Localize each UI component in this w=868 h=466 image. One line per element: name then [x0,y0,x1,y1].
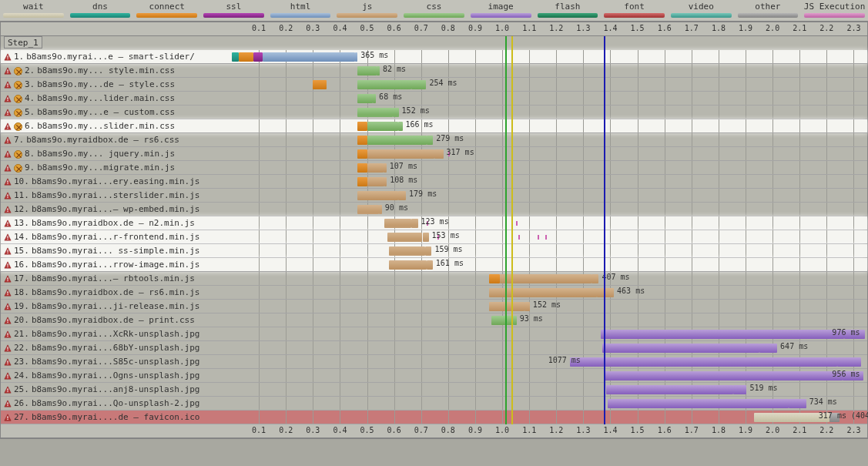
row-index: 3. [25,78,35,92]
duration-label: 734 ms [809,397,837,406]
row-index: 1. [14,50,24,64]
blocked-icon [14,67,22,75]
request-row[interactable]: 24. b8ams9o.myrai...Ogns-unsplash.jpg956… [1,369,867,383]
request-row[interactable]: 16. b8ams9o.myrai...rrow-image.min.js161… [1,258,867,272]
timing-segment [357,108,393,117]
row-index: 6. [25,119,35,133]
tick: 1.0 [495,24,509,32]
warning-icon [4,136,12,144]
tick: 1.3 [576,24,590,32]
tick: 1.1 [522,24,536,32]
row-index: 17. [14,272,29,286]
row-timeline: 153 ms [232,230,867,243]
request-row[interactable]: 23. b8ams9o.myrai...S85c-unsplash.jpg107… [1,355,867,369]
tick: 0.8 [441,24,455,32]
request-row[interactable]: 26. b8ams9o.myrai...Qo-unsplash-2.jpg734… [1,397,867,411]
tick: 2.0 [766,24,779,32]
legend-swatch [804,13,865,18]
warning-icon [4,67,12,75]
row-name: b8ams9o.my...de – style.css [37,78,175,92]
timing-segment [592,274,598,283]
row-index: 16. [14,258,29,272]
request-row[interactable]: 12. b8ams9o.myrai...– wp-embed.min.js90 … [1,203,867,216]
warning-icon [4,344,12,352]
timing-segment [357,191,398,200]
row-index: 7. [14,133,24,147]
row-label: 14. b8ams9o.myrai...r-frontend.min.js [1,230,232,244]
legend-other: other [735,0,802,21]
request-row[interactable]: 15. b8ams9o.myrai... ss-simple.min.js159… [1,244,867,258]
duration-label: 463 ms [617,287,645,295]
tick: 0.2 [279,426,293,434]
request-row[interactable]: 25. b8ams9o.myrai...anj8-unsplash.jpg519… [1,383,867,397]
row-timeline: 108 ms [232,175,867,188]
request-row[interactable]: 3. b8ams9o.my...de – style.css254 ms [1,78,867,92]
legend-label: js [333,2,400,12]
row-name: b8ams9o.my... style.min.css [37,64,175,78]
row-index: 12. [14,203,29,216]
tick: 0.3 [306,24,320,32]
request-row[interactable]: 1. b8ams9o.myrai...e – smart-slider/365 … [1,50,867,64]
tick: 0.3 [306,426,320,434]
tick: 2.3 [846,426,860,434]
row-timeline: 93 ms [232,313,867,327]
legend-swatch [337,13,397,18]
request-row[interactable]: 20. b8ams9o.myraidbox.de – print.css93 m… [1,313,867,327]
request-row[interactable]: 9. b8ams9o.my...migrate.min.js107 ms [1,161,867,175]
timing-segment [570,357,838,367]
request-row[interactable]: 7. b8ams9o.myraidbox.de – rs6.css279 ms [1,133,867,147]
request-row[interactable]: 17. b8ams9o.myrai...– rbtools.min.js407 … [1,272,867,286]
request-row[interactable]: 27. b8ams9o.myrai....de – favicon.ico317… [1,411,867,424]
timing-segment [379,205,382,214]
request-row[interactable]: 8. b8ams9o.my... jquery.min.js317 ms [1,147,867,161]
row-label: 4. b8ams9o.my...lider.main.css [1,92,232,106]
timing-segment [389,260,426,270]
timing-segment [387,233,423,242]
tick: 0.2 [279,24,293,32]
timing-segment [602,344,759,353]
row-timeline: 68 ms [232,92,867,105]
request-row[interactable]: 13. b8ams9o.myraidbox.de – n2.min.js123 … [1,216,867,230]
warning-icon [4,372,12,380]
request-row[interactable]: 2. b8ams9o.my... style.min.css82 ms [1,64,867,78]
timing-segment [597,288,614,297]
request-row[interactable]: 4. b8ams9o.my...lider.main.css68 ms [1,92,867,106]
request-row[interactable]: 5. b8ams9o.my...e – custom.css152 ms [1,106,867,119]
duration-label: 647 ms [780,342,808,350]
row-index: 10. [14,175,29,189]
row-name: b8ams9o.myraidbox.de – n2.min.js [32,216,195,230]
legend-css: css [400,0,468,21]
request-row[interactable]: 19. b8ams9o.myrai...ji-release.min.js152… [1,300,867,313]
row-timeline: 365 ms [232,50,867,63]
duration-label: 108 ms [390,176,417,184]
warning-icon [4,358,12,366]
blocked-icon [14,164,22,173]
warning-icon [4,164,12,172]
row-name: b8ams9o.myrai...anj8-unsplash.jpg [32,383,200,397]
row-label: 26. b8ams9o.myrai...Qo-unsplash-2.jpg [1,397,232,411]
row-timeline: 956 ms [232,369,867,382]
request-row[interactable]: 10. b8ams9o.myrai...ery.easing.min.js108… [1,175,867,189]
row-name: b8ams9o.myraidbox.de – rs6.min.js [32,286,200,300]
blocked-icon [14,150,22,159]
row-timeline: 734 ms [232,397,867,410]
request-row[interactable]: 6. b8ams9o.my...slider.min.css166 ms [1,119,867,133]
request-row[interactable]: 22. b8ams9o.myrai...68bY-unsplash.jpg647… [1,341,867,355]
request-row[interactable]: 21. b8ams9o.myrai...XcRk-unsplash.jpg976… [1,327,867,341]
row-label: 9. b8ams9o.my...migrate.min.js [1,161,232,175]
duration-label: 159 ms [434,245,462,253]
svg-rect-20 [7,142,8,142]
request-row[interactable]: 18. b8ams9o.myraidbox.de – rs6.min.js463… [1,286,867,300]
row-timeline: 123 ms [232,216,867,230]
svg-rect-38 [7,225,8,226]
tick: 1.6 [658,426,672,434]
svg-rect-53 [7,294,8,295]
request-row[interactable]: 14. b8ams9o.myrai...r-frontend.min.js153… [1,230,867,244]
row-index: 13. [14,216,29,230]
warning-icon [4,122,12,130]
row-name: b8ams9o.myrai...– wp-embed.min.js [32,203,200,216]
request-row[interactable]: 11. b8ams9o.myrai...sterslider.min.js179… [1,189,867,203]
row-index: 25. [14,383,29,397]
tick: 0.1 [252,426,266,434]
timing-segment [524,302,530,311]
